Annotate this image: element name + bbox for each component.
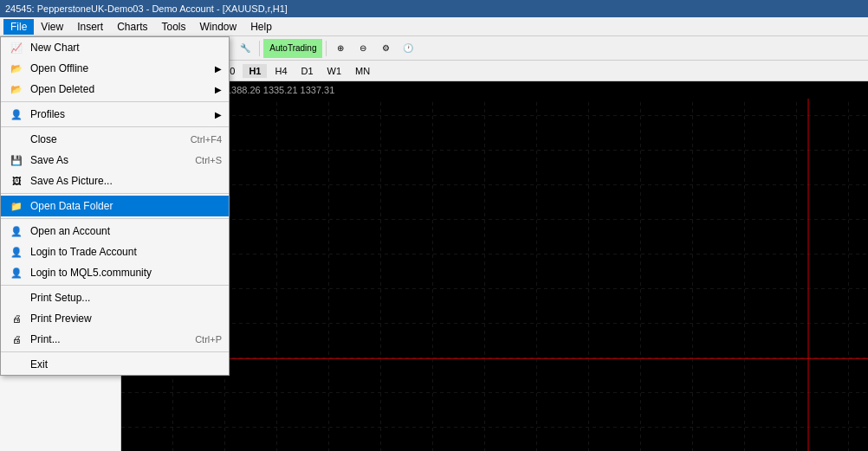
menu-label-open-deleted: Open Deleted [30, 83, 208, 95]
menu-label-close: Close [30, 133, 173, 145]
menu-shortcut-print: Ctrl+P [195, 334, 222, 345]
menu-label-print-setup: Print Setup... [30, 292, 222, 304]
tf-mn[interactable]: MN [349, 64, 376, 78]
zoom-out-btn[interactable]: ⊖ [353, 39, 373, 58]
menu-separator [1, 126, 229, 127]
file-menu-item-print[interactable]: 🖨 Print... Ctrl+P [1, 329, 229, 350]
menu-label-exit: Exit [30, 358, 222, 370]
autotrading-btn[interactable]: AutoTrading [263, 39, 322, 58]
menu-bar: File View Insert Charts Tools Window Hel… [0, 17, 868, 36]
menu-label-login-mql5: Login to MQL5.community [30, 267, 222, 279]
menu-icon-exit [8, 358, 25, 371]
menu-arrow-open-deleted: ▶ [215, 85, 222, 94]
file-menu-item-login-mql5[interactable]: 👤 Login to MQL5.community [1, 262, 229, 283]
clock-btn[interactable]: 🕐 [398, 39, 418, 58]
menu-label-open-account: Open an Account [30, 225, 222, 237]
file-menu-item-close[interactable]: Close Ctrl+F4 [1, 129, 229, 150]
menu-icon-profiles: 👤 [8, 107, 25, 121]
menu-icon-print-setup [8, 291, 25, 305]
zoom-in-btn[interactable]: ⊕ [330, 39, 351, 58]
menu-icon-login-trade: 👤 [8, 245, 25, 259]
menu-tools[interactable]: Tools [155, 19, 193, 35]
menu-icon-login-mql5: 👤 [8, 266, 25, 280]
svg-rect-4 [121, 99, 868, 451]
chart-area[interactable]: XAUUSD,r,H1 1335.94 1388.26 1335.21 1337… [121, 81, 868, 451]
prop-btn[interactable]: ⚙ [375, 39, 396, 58]
menu-label-print-preview: Print Preview [30, 312, 222, 325]
menu-icon-save-as: 💾 [8, 153, 25, 167]
menu-separator [1, 193, 229, 194]
menu-view[interactable]: View [34, 19, 70, 35]
menu-arrow-open-offline: ▶ [215, 64, 222, 74]
menu-file[interactable]: File [3, 19, 34, 35]
menu-icon-open-account: 👤 [8, 224, 25, 238]
menu-insert[interactable]: Insert [70, 19, 110, 35]
file-menu-item-new-chart[interactable]: 📈 New Chart [1, 37, 229, 58]
file-menu-item-exit[interactable]: Exit [1, 354, 229, 375]
menu-label-print: Print... [30, 333, 178, 345]
menu-separator [1, 285, 229, 286]
menu-separator [1, 218, 229, 219]
tf-d1[interactable]: D1 [295, 64, 320, 78]
tf-h1[interactable]: H1 [243, 64, 267, 78]
file-dropdown: 📈 New Chart 📂 Open Offline ▶ 📂 Open Dele… [0, 36, 230, 376]
menu-icon-print: 🖨 [8, 332, 25, 346]
menu-window[interactable]: Window [193, 19, 244, 35]
file-menu-item-open-data-folder[interactable]: 📁 Open Data Folder [1, 196, 229, 216]
menu-shortcut-close: Ctrl+F4 [191, 134, 222, 145]
tf-h4[interactable]: H4 [269, 64, 293, 78]
menu-label-save-as: Save As [30, 154, 178, 166]
menu-help[interactable]: Help [243, 19, 279, 35]
file-menu-item-print-setup[interactable]: Print Setup... [1, 287, 229, 308]
title-bar: 24545: PepperstoneUK-Demo03 - Demo Accou… [0, 0, 868, 17]
separator-5 [326, 41, 327, 56]
file-menu-item-print-preview[interactable]: 🖨 Print Preview [1, 308, 229, 329]
file-menu-item-profiles[interactable]: 👤 Profiles ▶ [1, 104, 229, 125]
file-menu-item-open-account[interactable]: 👤 Open an Account [1, 221, 229, 242]
separator-4 [259, 41, 260, 56]
file-menu-dropdown: 📈 New Chart 📂 Open Offline ▶ 📂 Open Dele… [0, 36, 230, 376]
title-text: 24545: PepperstoneUK-Demo03 - Demo Accou… [5, 3, 288, 14]
file-menu-item-open-deleted[interactable]: 📂 Open Deleted ▶ [1, 79, 229, 100]
menu-charts[interactable]: Charts [110, 19, 154, 35]
file-menu-item-open-offline[interactable]: 📂 Open Offline ▶ [1, 58, 229, 79]
menu-label-open-data-folder: Open Data Folder [30, 200, 222, 212]
menu-icon-open-deleted: 📂 [8, 82, 25, 96]
menu-separator [1, 101, 229, 102]
menu-shortcut-save-as: Ctrl+S [195, 155, 222, 165]
menu-label-profiles: Profiles [30, 108, 208, 120]
menu-arrow-profiles: ▶ [215, 110, 222, 119]
menu-label-open-offline: Open Offline [30, 62, 208, 74]
chart-grid [121, 81, 868, 451]
menu-icon-open-data-folder: 📁 [8, 199, 25, 213]
menu-icon-close [8, 132, 25, 146]
chart-btn4[interactable]: 🔧 [235, 39, 256, 58]
file-menu-item-login-trade[interactable]: 👤 Login to Trade Account [1, 242, 229, 262]
menu-separator [1, 351, 229, 352]
menu-icon-new-chart: 📈 [8, 41, 25, 55]
menu-label-login-trade: Login to Trade Account [30, 246, 222, 258]
menu-label-new-chart: New Chart [30, 42, 222, 54]
file-menu-item-save-as[interactable]: 💾 Save As Ctrl+S [1, 150, 229, 171]
tf-w1[interactable]: W1 [321, 64, 348, 78]
menu-icon-print-preview: 🖨 [8, 312, 25, 325]
menu-label-save-as-picture: Save As Picture... [30, 175, 222, 187]
menu-icon-open-offline: 📂 [8, 61, 25, 75]
file-menu-item-save-as-picture[interactable]: 🖼 Save As Picture... [1, 171, 229, 191]
menu-icon-save-as-picture: 🖼 [8, 174, 25, 188]
